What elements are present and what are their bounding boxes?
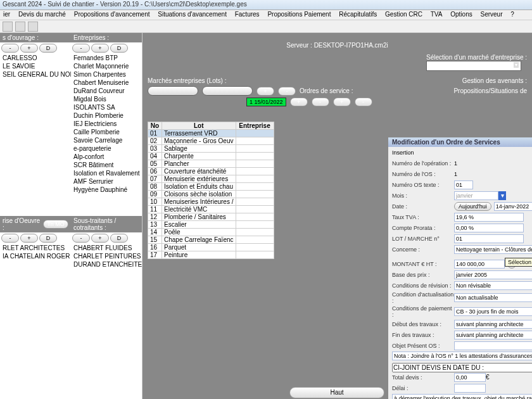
plus-button[interactable]: + [290,98,308,106]
minus-button[interactable]: - [72,44,90,53]
objet-input[interactable] [454,341,532,350]
oeuvre-list[interactable]: RLET ARCHITECTESIA CHATELAIN ROGER [0,244,71,383]
menu-item[interactable]: Propositions Paiement [264,11,334,18]
pay-input[interactable] [454,307,532,316]
today-button[interactable]: Aujourd'hui [454,202,491,211]
pill-button[interactable] [148,86,198,96]
list-item[interactable]: Charlet Maçonnerie [71,62,142,70]
txt1[interactable]: à démarrer l'exécution des travaux, obje… [392,394,532,399]
table-row[interactable]: 01Terrassement VRD [148,130,274,137]
concerne-input[interactable] [454,245,532,254]
menu-item[interactable]: ier [0,11,13,18]
minus-button[interactable]: - [312,98,329,106]
table-row[interactable]: 08Isolation et Enduits chau [148,183,274,191]
plus-button[interactable]: + [333,98,351,106]
menu-item[interactable]: Serveur [477,11,505,18]
table-row[interactable]: 10Menuiseries Intérieures / [148,198,274,206]
total-input[interactable] [454,373,486,382]
debut-input[interactable] [454,320,532,329]
table-row[interactable]: 13Escalier [148,221,274,229]
table-row[interactable]: 12Plomberie / Sanitaires [148,213,274,221]
trimo-button[interactable]: Tri MO [43,220,68,229]
table-row[interactable]: 02Maçonnerie - Gros Oeuv [148,137,274,145]
menubar[interactable]: ier Devis du marché Propositions d'avanc… [0,10,532,20]
list-item[interactable]: CHARLET PEINTURES [71,252,142,260]
list-item[interactable]: CARLESSO [0,54,71,62]
entreprises-list[interactable]: Fernandes BTPCharlet MaçonnerieSimon Cha… [71,54,142,206]
minus-button[interactable]: - [278,87,296,96]
minus-button[interactable]: - [355,98,372,106]
menu-item[interactable]: Propositions d'avancement [71,11,153,18]
d-button[interactable]: D [39,234,57,243]
list-item[interactable]: Simon Charpentes [71,70,142,79]
num-os-txt-input[interactable] [454,180,473,189]
plus-button[interactable]: + [20,234,38,243]
list-item[interactable]: IA CHATELAIN ROGER [0,252,71,260]
list-item[interactable]: SCR Bâtiment [71,161,142,169]
list-item[interactable]: LE SAVOIE [0,62,71,70]
d-button[interactable]: D [110,234,128,243]
rev-input[interactable] [454,281,532,290]
table-row[interactable]: 14Poêle [148,229,274,236]
plus-button[interactable]: + [91,234,109,243]
plus-button[interactable]: + [20,44,38,53]
table-row[interactable]: 11Electricité VMC [148,206,274,213]
list-item[interactable]: Caille Plomberie [71,128,142,136]
minus-button[interactable]: - [72,234,90,243]
table-row[interactable]: 15Chape Carrelage Faïenc [148,236,274,244]
lots-table[interactable]: NoLotEntreprise 01Terrassement VRD02Maço… [148,122,274,259]
date-input[interactable] [494,202,532,211]
menu-item[interactable]: Gestion CRC [382,11,426,18]
list-item[interactable]: CHABERT FLUIDES [71,244,142,252]
list-item[interactable]: ISOLANTS SA [71,103,142,111]
plus-button[interactable]: + [256,87,274,96]
tva-input[interactable] [454,213,524,222]
prorata-input[interactable] [454,224,524,232]
menu-item[interactable]: Récapitulatifs [336,11,380,18]
menu-item[interactable]: Situations d'avancement [155,11,230,18]
list-item[interactable]: RLET ARCHITECTES [0,244,71,252]
lotm-input[interactable] [454,234,524,243]
list-item[interactable]: Alp-confort [71,153,142,161]
table-row[interactable]: 07Menuiserie extérieures [148,175,274,183]
list-item[interactable]: SEIL GENERAL DU NORD [0,70,71,79]
table-row[interactable]: 05Plancher [148,160,274,168]
list-item[interactable]: DURAND ETANCHEITE [71,260,142,269]
delai-input[interactable] [454,384,486,393]
toolbar-icon[interactable] [15,22,25,32]
table-row[interactable]: 06Couverture étanchéité [148,168,274,175]
toolbar-icon[interactable] [28,22,38,32]
ouvrage-list[interactable]: CARLESSOLE SAVOIESEIL GENERAL DU NORD [0,54,71,206]
table-row[interactable]: 16Parquet [148,244,274,251]
menu-item[interactable]: Options [447,11,475,18]
list-item[interactable]: DuRand Couvreur [71,87,142,95]
table-row[interactable]: 03Sablage [148,145,274,153]
nota-text[interactable]: Nota : Joindre à l'OS n° 1 les attestati… [392,352,532,360]
menu-item[interactable]: Devis du marché [15,11,69,18]
mois-input[interactable] [454,191,498,200]
act-input[interactable] [454,293,532,302]
menu-item[interactable]: Factures [232,11,263,18]
list-item[interactable]: Fernandes BTP [71,54,142,62]
list-item[interactable]: Chabert Menuiserie [71,79,142,87]
list-item[interactable]: IEJ Electriciens [71,120,142,128]
plus-button[interactable]: + [91,44,109,53]
d-button[interactable]: D [110,44,128,53]
list-item[interactable]: Hygyène Dauphiné [71,186,142,194]
green-date[interactable]: 1 15/01/2022 [246,98,286,106]
list-item[interactable]: Migdal Bois [71,95,142,103]
cijoint-input[interactable] [392,363,532,372]
list-item[interactable]: Isolation et Ravalement [71,169,142,177]
list-item[interactable]: e-parqueterie [71,144,142,153]
menu-item[interactable]: TVA [428,11,446,18]
d-button[interactable]: D [39,44,57,53]
minus-button[interactable]: - [1,234,19,243]
table-row[interactable]: 17Peinture [148,251,274,259]
base-input[interactable] [454,270,532,279]
menu-item[interactable]: ? [507,11,517,18]
pill-button[interactable] [202,86,253,96]
list-item[interactable]: AMF Serrurier [71,177,142,186]
minus-button[interactable]: - [1,44,19,53]
list-item[interactable]: Duchin Plomberie [71,111,142,120]
list-item[interactable]: Savoie Carrelage [71,136,142,144]
